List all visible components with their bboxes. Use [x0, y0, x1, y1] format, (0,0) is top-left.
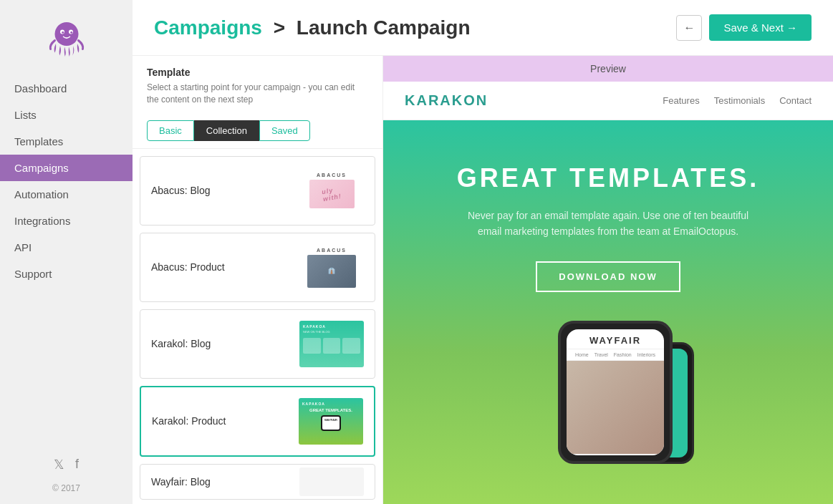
- template-description: Select a starting point for your campaig…: [147, 82, 368, 106]
- sidebar-item-integrations[interactable]: Integrations: [0, 208, 133, 234]
- content-area: Template Select a starting point for you…: [133, 56, 833, 504]
- sidebar-item-dashboard[interactable]: Dashboard: [0, 75, 133, 102]
- preview-content: KaraKoN Features Testimonials Contact GR…: [383, 82, 833, 504]
- tab-basic[interactable]: Basic: [147, 120, 194, 141]
- sidebar-item-api[interactable]: API: [0, 234, 133, 261]
- svg-point-0: [54, 22, 78, 46]
- header-actions: ← Save & Next →: [676, 14, 812, 41]
- page-title: Campaigns > Launch Campaign: [154, 16, 471, 39]
- template-section-title: Template: [147, 67, 368, 78]
- wayfair-logo: WAYFAIR: [567, 329, 664, 349]
- facebook-icon[interactable]: f: [75, 457, 79, 472]
- template-card-karakol-product[interactable]: Karakol: Product KAPAKOA GREAT TEMPLATES…: [140, 386, 375, 457]
- sidebar-item-automation[interactable]: Automation: [0, 181, 133, 208]
- sidebar-item-campaigns[interactable]: Campaigns: [0, 155, 133, 181]
- preview-nav-links: Features Testimonials Contact: [663, 95, 812, 106]
- template-header: Template Select a starting point for you…: [133, 56, 382, 113]
- template-name: Abacus: Product: [151, 261, 225, 273]
- template-name: Karakol: Product: [152, 415, 226, 427]
- karakol-product-preview: KaraKoN Features Testimonials Contact GR…: [383, 82, 833, 504]
- phone-product-image: [567, 361, 664, 454]
- social-icons: 𝕏 f: [54, 457, 79, 472]
- back-button[interactable]: ←: [676, 15, 702, 41]
- preview-hero-desc: Never pay for an email template again. U…: [465, 208, 751, 240]
- preview-hero: GREAT TEMPLATES. Never pay for an email …: [383, 120, 833, 504]
- preview-cta-button[interactable]: DOWNLOAD NOW: [536, 261, 680, 292]
- main-content: Campaigns > Launch Campaign ← Save & Nex…: [133, 0, 833, 504]
- preview-logo: KaraKoN: [405, 92, 488, 109]
- template-tabs: Basic Collection Saved: [133, 113, 382, 149]
- sidebar-item-lists[interactable]: Lists: [0, 102, 133, 128]
- template-card-abacus-product[interactable]: Abacus: Product ABACUS 👔: [140, 233, 375, 302]
- template-list: Abacus: Blog ABACUS ulywith! Abacus: Pro…: [133, 149, 382, 504]
- template-card-abacus-blog[interactable]: Abacus: Blog ABACUS ulywith!: [140, 156, 375, 226]
- preview-header: Preview: [383, 56, 833, 82]
- tab-collection[interactable]: Collection: [194, 120, 259, 141]
- sidebar-item-support[interactable]: Support: [0, 261, 133, 287]
- nav-link-features: Features: [663, 95, 699, 106]
- template-thumbnail-karakol-blog: KAPAKOA NEW ON THE BLOG: [299, 321, 364, 367]
- phone-mockup-main: WAYFAIR Home Travel Fashion Interiors: [558, 321, 673, 464]
- octopus-logo: [45, 18, 88, 61]
- svg-point-4: [70, 32, 72, 34]
- sidebar: Dashboard Lists Templates Campaigns Auto…: [0, 0, 133, 504]
- template-name: Wayfair: Blog: [151, 476, 211, 488]
- save-next-button[interactable]: Save & Next →: [709, 14, 812, 41]
- nav-link-testimonials: Testimonials: [714, 95, 766, 106]
- template-name: Karakol: Blog: [151, 338, 211, 349]
- nav-link-contact: Contact: [779, 95, 812, 106]
- logo-area: [0, 7, 133, 75]
- preview-phone-mockups: WAYFAIR Home Travel Fashion Interiors: [405, 306, 812, 464]
- preview-label: Preview: [590, 63, 626, 74]
- copyright-text: © 2017: [52, 483, 80, 493]
- template-card-karakol-blog[interactable]: Karakol: Blog KAPAKOA NEW ON THE BLOG: [140, 309, 375, 379]
- breadcrumb-current-page: Launch Campaign: [297, 16, 471, 39]
- breadcrumb-separator: >: [274, 16, 291, 39]
- preview-hero-title: GREAT TEMPLATES.: [405, 163, 812, 193]
- twitter-icon[interactable]: 𝕏: [54, 457, 64, 472]
- breadcrumb-campaigns[interactable]: Campaigns: [154, 16, 262, 39]
- sidebar-footer: 𝕏 f © 2017: [0, 446, 133, 504]
- sidebar-item-templates[interactable]: Templates: [0, 128, 133, 155]
- page-header: Campaigns > Launch Campaign ← Save & Nex…: [133, 0, 833, 56]
- template-thumbnail-abacus-product: ABACUS 👔: [299, 244, 364, 291]
- template-thumbnail-abacus-blog: ABACUS ulywith!: [299, 168, 364, 214]
- svg-point-3: [62, 32, 64, 34]
- tab-saved[interactable]: Saved: [259, 120, 310, 141]
- template-thumbnail-karakol-product: KAPAKOA GREAT TEMPLATES. WAYFAIR: [299, 398, 363, 445]
- template-panel: Template Select a starting point for you…: [133, 56, 383, 504]
- sidebar-navigation: Dashboard Lists Templates Campaigns Auto…: [0, 75, 133, 446]
- preview-nav: KaraKoN Features Testimonials Contact: [383, 82, 833, 120]
- wayfair-phone-nav: Home Travel Fashion Interiors: [567, 349, 664, 361]
- template-name: Abacus: Blog: [151, 185, 211, 196]
- template-card-wayfair-blog[interactable]: Wayfair: Blog: [140, 464, 375, 500]
- preview-panel: Preview KaraKoN Features Testimonials Co…: [383, 56, 833, 504]
- template-thumbnail-wayfair-blog: [299, 467, 364, 496]
